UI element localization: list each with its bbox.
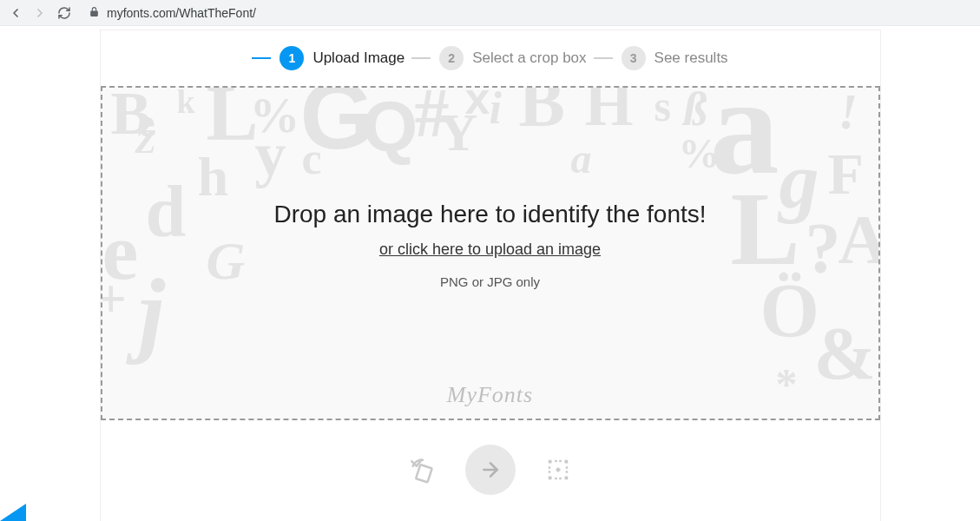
url-text: myfonts.com/WhatTheFont/ xyxy=(107,6,256,20)
svg-rect-9 xyxy=(565,471,568,473)
dropzone-title: Drop an image here to identify the fonts… xyxy=(273,201,706,228)
step-2[interactable]: 2 Select a crop box xyxy=(411,46,586,70)
next-button[interactable] xyxy=(465,445,516,495)
main-panel: 1 Upload Image 2 Select a crop box 3 See… xyxy=(100,30,881,521)
step-number-badge: 2 xyxy=(439,46,464,70)
svg-rect-2 xyxy=(548,460,551,464)
svg-rect-5 xyxy=(564,477,568,480)
dropzone-content: Drop an image here to identify the fonts… xyxy=(102,88,878,419)
step-connector xyxy=(411,57,431,59)
upload-dropzone[interactable]: B e Z k L % G Q # x i B H s ß % a g F ! xyxy=(101,86,880,420)
step-connector xyxy=(594,57,613,59)
svg-rect-15 xyxy=(556,468,559,472)
svg-rect-11 xyxy=(559,460,562,463)
step-3[interactable]: 3 See results xyxy=(594,46,728,70)
brand-logo: MyFonts xyxy=(447,382,533,408)
upload-link[interactable]: or click here to upload an image xyxy=(379,241,601,259)
svg-rect-0 xyxy=(416,465,432,483)
step-wizard: 1 Upload Image 2 Select a crop box 3 See… xyxy=(101,30,880,86)
step-label: See results xyxy=(654,49,728,67)
reload-button[interactable] xyxy=(57,6,71,20)
lock-icon xyxy=(89,5,100,21)
step-1[interactable]: 1 Upload Image xyxy=(252,46,404,70)
crop-icon[interactable] xyxy=(540,452,576,488)
bottom-toolbar xyxy=(101,420,880,521)
svg-rect-3 xyxy=(564,460,568,464)
forward-button[interactable] xyxy=(33,6,47,20)
svg-rect-6 xyxy=(548,466,550,469)
step-label: Select a crop box xyxy=(472,49,586,67)
dropzone-subtext: PNG or JPG only xyxy=(440,274,540,289)
svg-rect-13 xyxy=(559,478,562,480)
rotate-icon[interactable] xyxy=(404,452,441,488)
svg-rect-10 xyxy=(555,460,557,463)
back-button[interactable] xyxy=(9,6,23,20)
svg-rect-7 xyxy=(548,471,550,473)
step-connector xyxy=(252,57,271,59)
step-number-badge: 1 xyxy=(280,46,304,70)
address-bar[interactable]: myfonts.com/WhatTheFont/ xyxy=(89,5,256,21)
browser-toolbar: myfonts.com/WhatTheFont/ xyxy=(0,0,980,26)
svg-rect-4 xyxy=(548,477,551,480)
step-number-badge: 3 xyxy=(622,46,646,70)
svg-rect-12 xyxy=(555,478,557,480)
svg-rect-8 xyxy=(565,466,568,469)
step-label: Upload Image xyxy=(312,49,404,67)
corner-accent xyxy=(0,504,26,521)
